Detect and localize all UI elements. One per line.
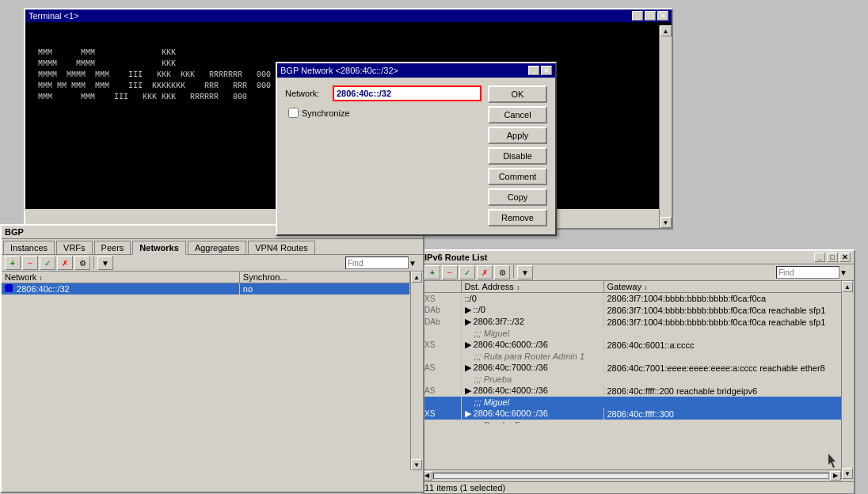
cursor-indicator [828,454,838,469]
terminal-title: Terminal <1> [29,11,79,21]
network-input[interactable] [333,86,482,101]
col-network: Network ↕ [2,272,239,283]
address-cell: ▶ 2806:40c:7000::/36 [461,362,603,374]
table-row[interactable]: DAb ▶ ::/0 2806:3f7:1004:bbbb:bbbb:bbbb:… [421,304,841,316]
ipv6-settings-btn[interactable]: ⚙ [494,265,510,279]
dialog-minimize-btn[interactable]: _ [528,66,539,75]
ipv6-scroll-down[interactable]: ▼ [842,468,853,479]
dialog-right: OK Cancel Apply Disable Comment Copy Rem… [488,86,547,226]
gateway-cell: 2806:3f7:1004:bbbb:bbbb:bbbb:f0ca:f0ca r… [603,304,841,316]
type-cell [421,328,461,339]
synchronize-checkbox[interactable] [288,108,299,118]
network-field-row: Network: [285,86,482,101]
ipv6-status-text: 11 items (1 selected) [424,483,505,492]
ipv6-panel: IPv6 Route List _ □ ✕ + − ✓ ✗ ⚙ ▼ ▼ [420,249,855,494]
dialog-titlebar-buttons: _ ✕ [528,66,552,75]
ipv6-scrollbar[interactable]: ▲ ▼ [841,281,854,479]
type-cell: XS [421,339,461,351]
terminal-titlebar-buttons: _ □ ✕ [632,11,668,21]
ipv6-remove-btn[interactable]: − [442,265,458,279]
x-btn[interactable]: ✗ [57,256,73,270]
tab-networks[interactable]: Networks [132,241,186,255]
ipv6-minimize-btn[interactable]: _ [814,253,825,262]
table-row[interactable]: XS ::/0 2806:3f7:1004:bbbb:bbbb:bbbb:f0c… [421,293,841,305]
cancel-button[interactable]: Cancel [488,106,547,124]
scroll-down-arrow[interactable]: ▼ [661,217,672,228]
add-btn[interactable]: + [5,256,21,270]
address-cell: ▶ 2806:3f7::/32 [461,316,603,328]
table-row[interactable]: XS ▶ 2806:40c:6000::/36 2806:40c:6001::a… [421,339,841,351]
search-dropdown-arrow[interactable]: ▼ [409,259,420,268]
bgp-table-container[interactable]: Network ↕ Synchron... 2806:40c::/32 [2,272,410,403]
apply-button[interactable]: Apply [488,127,547,144]
sort-indicator: ↕ [39,275,42,282]
h-scroll-track[interactable] [433,473,829,479]
tab-vrfs[interactable]: VRFs [56,241,93,254]
ipv6-scroll-up[interactable]: ▲ [842,281,853,292]
tab-aggregates[interactable]: Aggregates [188,241,246,254]
table-row-comment: ;;; Prueba [421,374,841,385]
scroll-right-arrow[interactable]: ▶ [830,471,841,481]
network-dot [5,284,13,292]
table-row[interactable]: 2806:40c::/32 no [2,283,410,295]
ipv6-filter-btn[interactable]: ▼ [517,265,533,279]
ipv6-table-container[interactable]: Dst. Address ↕ Gateway ↕ Distance ↕ [421,281,841,424]
table-row[interactable]: XS ▶ 2806:40c:6000::/36 2806:40c:ffff::3… [421,408,841,420]
tab-vpn4-routes[interactable]: VPN4 Routes [248,241,315,254]
ok-button[interactable]: OK [488,86,547,103]
bgp-search-input[interactable] [345,256,409,269]
terminal-titlebar: Terminal <1> _ □ ✕ [25,10,672,22]
terminal-maximize-btn[interactable]: □ [645,11,656,21]
scroll-up-arrow[interactable]: ▲ [661,25,672,36]
col-synchronize: Synchron... [239,272,409,283]
comment-button[interactable]: Comment [488,168,547,185]
ipv6-search-dropdown-arrow[interactable]: ▼ [839,268,851,277]
bgp-scroll-up[interactable]: ▲ [411,272,422,283]
tab-peers[interactable]: Peers [94,241,131,254]
copy-button[interactable]: Copy [488,188,547,206]
disable-button[interactable]: Disable [488,147,547,165]
ipv6-toolbar-separator [513,265,514,278]
table-row[interactable]: DAb ▶ 2806:3f7::/32 2806:3f7:1004:bbbb:b… [421,316,841,328]
terminal-close-btn[interactable]: ✕ [657,11,668,21]
h-scrollbar[interactable]: ◀ ▶ [421,469,841,481]
bgp-scroll-down[interactable]: ▼ [411,459,422,470]
ipv6-x-btn[interactable]: ✗ [477,265,493,279]
check-btn[interactable]: ✓ [40,256,55,270]
ipv6-search-input[interactable] [776,266,839,279]
ipv6-title: IPv6 Route List [424,253,487,262]
table-row[interactable]: AS ▶ 2806:40c:4000::/36 2806:40c:ffff::2… [421,385,841,397]
terminal-scrollbar[interactable]: ▲ ▼ [659,25,672,228]
ipv6-maximize-btn[interactable]: □ [827,253,838,262]
col-dst-address: Dst. Address ↕ [461,281,603,293]
ipv6-close-btn[interactable]: ✕ [839,253,851,262]
tab-instances[interactable]: Instances [3,241,55,254]
table-row-comment-selected[interactable]: ;;; Miguel [421,397,841,408]
address-cell: ▶ ::/0 [461,304,603,316]
bgp-scrollbar[interactable]: ▲ ▼ [410,272,423,470]
gateway-cell: 2806:40c:ffff::200 reachable bridgeipv6 [603,385,841,397]
ipv6-check-btn[interactable]: ✓ [459,265,475,279]
ipv6-add-btn[interactable]: + [424,265,440,279]
synchronize-row: Synchronize [288,108,482,118]
gateway-cell: 2806:40c:ffff::300 [603,408,841,420]
settings-btn[interactable]: ⚙ [74,256,90,270]
table-row[interactable]: AS ▶ 2806:40c:7000::/36 2806:40c:7001:ee… [421,362,841,374]
terminal-minimize-btn[interactable]: _ [632,11,643,21]
bgp-toolbar: + − ✓ ✗ ⚙ ▼ [5,256,345,270]
col-gateway: Gateway ↕ [603,281,841,293]
table-row-comment: ;;; Ruta para Router Admin 1 [421,351,841,362]
filter-icon: ▼ [101,259,109,268]
table-row-comment: ;;; Miguel [421,328,841,339]
filter-btn[interactable]: ▼ [97,256,113,270]
type-cell: XS [421,408,461,420]
remove-btn[interactable]: − [22,256,38,270]
address-cell: ▶ 2806:40c:6000::/36 [461,408,603,420]
remove-button[interactable]: Remove [488,209,547,226]
ipv6-titlebar-buttons: _ □ ✕ [814,253,851,262]
ipv6-status-bar: 11 items (1 selected) [421,481,854,493]
dialog-close-btn[interactable]: ✕ [541,66,552,75]
ipv6-toolbar-row: + − ✓ ✗ ⚙ ▼ ▼ [421,264,854,281]
dialog-content: Network: Synchronize OK Cancel Apply Dis… [277,78,555,234]
ipv6-settings-icon: ⚙ [499,268,506,277]
